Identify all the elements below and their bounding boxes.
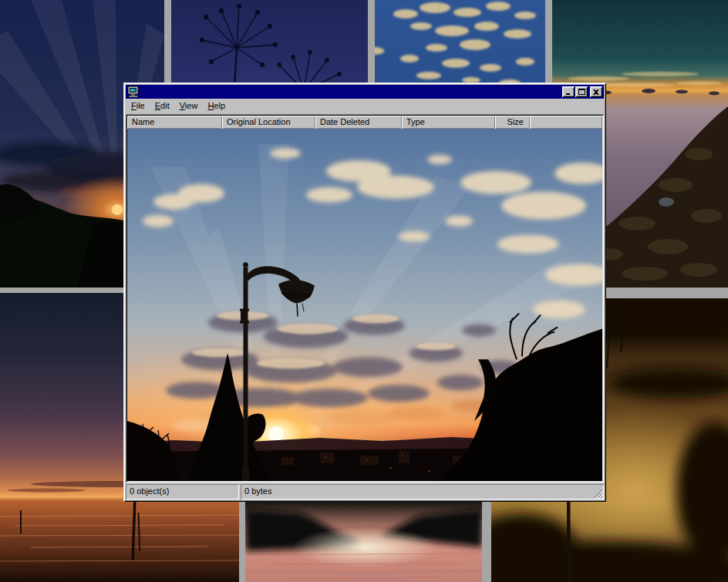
computer-icon[interactable] xyxy=(127,86,140,98)
column-header-original-location[interactable]: Original Location xyxy=(222,116,315,129)
resize-grip[interactable] xyxy=(593,489,603,499)
column-header-type[interactable]: Type xyxy=(402,116,495,129)
list-view[interactable]: Name Original Location Date Deleted Type… xyxy=(126,114,604,483)
minimize-icon xyxy=(565,89,571,95)
minimize-button[interactable] xyxy=(562,86,575,97)
status-bar: 0 object(s) 0 bytes xyxy=(126,484,604,500)
close-button[interactable] xyxy=(590,86,602,97)
menu-file[interactable]: File xyxy=(126,99,150,112)
column-header-date-deleted[interactable]: Date Deleted xyxy=(315,116,402,129)
column-header-size[interactable]: Size xyxy=(495,116,530,129)
column-header-row: Name Original Location Date Deleted Type… xyxy=(127,116,602,129)
maximize-button[interactable] xyxy=(575,86,588,97)
recycle-bin-window: File Edit View Help Name Original Locati… xyxy=(123,82,606,502)
sunset-streetlamp-photo xyxy=(127,129,602,481)
maximize-icon xyxy=(578,89,585,95)
column-header-stub xyxy=(530,116,602,129)
status-object-count: 0 object(s) xyxy=(126,484,239,500)
menu-edit[interactable]: Edit xyxy=(150,99,175,112)
close-icon xyxy=(593,89,599,95)
column-header-name[interactable]: Name xyxy=(127,116,222,129)
menu-view[interactable]: View xyxy=(175,99,204,112)
menu-bar: File Edit View Help xyxy=(126,99,604,113)
list-background-photo xyxy=(127,129,602,481)
window-titlebar[interactable] xyxy=(126,85,604,99)
status-byte-count: 0 bytes xyxy=(241,484,604,500)
menu-help[interactable]: Help xyxy=(203,99,231,112)
